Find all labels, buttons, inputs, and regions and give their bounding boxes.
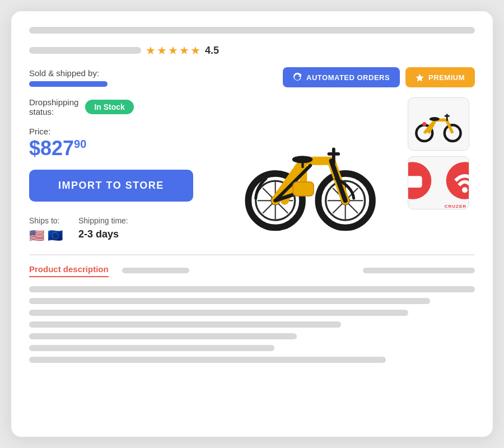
desc-line-2 [29,298,430,304]
top-skeleton-bar [29,27,475,34]
sold-shipped-info: Sold & shipped by: [29,68,108,87]
brand-label: CRUZER [410,204,466,209]
svg-rect-19 [301,160,304,168]
desc-line-7 [29,357,386,363]
product-description-tab[interactable]: Product description [29,264,109,277]
star-4: ★ [179,44,189,57]
import-button-wrap: IMPORT TO STORE [29,170,193,202]
product-card: ★ ★ ★ ★ ★ 4.5 Sold & shipped by: AUTOMAT… [11,11,493,437]
flags: 🇺🇸 🇪🇺 [29,228,63,243]
sold-bar-skeleton [29,81,108,87]
divider [29,254,475,255]
main-content: Dropshippingstatus: In Stock Price: $827… [29,97,475,243]
dropship-row: Dropshippingstatus: In Stock [29,97,208,116]
left-panel: Dropshippingstatus: In Stock Price: $827… [29,97,208,243]
svg-rect-35 [408,176,422,188]
stars: ★ ★ ★ ★ ★ [146,44,200,57]
shipping-time-col: Shipping time: 2-3 days [78,216,128,240]
price-dollars: $827 [29,137,74,160]
bike-image [238,103,378,237]
price-label: Price: [29,127,208,136]
star-icon [416,73,424,82]
dropship-label: Dropshippingstatus: [29,97,78,116]
product-image-area [235,97,381,243]
premium-label: PREMIUM [428,73,465,82]
thumb1-bike-icon [413,103,464,145]
sold-shipped-row: Sold & shipped by: AUTOMATED ORDERS PREM… [29,67,475,87]
star-2: ★ [157,44,167,57]
desc-line-1 [29,286,475,292]
price-cents: 90 [74,138,86,150]
svg-point-26 [422,122,426,126]
premium-button[interactable]: PREMIUM [405,67,475,87]
svg-point-23 [430,117,440,121]
refresh-icon [293,73,302,82]
wifi-icon [440,160,470,202]
price-value: $82790 [29,137,208,160]
thumbnail-1[interactable] [408,97,469,151]
thumbnail-2[interactable]: 25 [408,156,469,209]
action-buttons: AUTOMATED ORDERS PREMIUM [283,67,475,87]
price-row: Price: $82790 [29,127,208,160]
svg-rect-20 [293,182,314,196]
desc-line-4 [29,321,341,328]
automated-orders-label: AUTOMATED ORDERS [306,73,390,82]
tab-skeleton-1 [122,268,189,273]
tabs-row: Product description [29,264,475,277]
automated-orders-button[interactable]: AUTOMATED ORDERS [283,67,400,87]
desc-line-5 [29,333,297,339]
us-flag: 🇺🇸 [29,228,44,243]
import-to-store-button[interactable]: IMPORT TO STORE [29,170,193,202]
svg-marker-0 [416,74,424,82]
ships-to-label: Ships to: [29,216,63,225]
rating-left-skeleton [29,47,141,54]
ships-row: Ships to: 🇺🇸 🇪🇺 Shipping time: 2-3 days [29,216,208,243]
star-1: ★ [146,44,156,57]
shipping-days: 2-3 days [78,228,128,240]
tab-skeleton-2 [363,268,475,273]
star-3: ★ [168,44,178,57]
star-half: ★ [190,44,200,57]
right-panel: 25 [408,97,475,209]
rating-value: 4.5 [205,45,219,57]
battery-icon [408,160,438,202]
sold-shipped-label: Sold & shipped by: [29,68,108,78]
svg-point-37 [462,187,468,193]
desc-line-3 [29,310,408,316]
desc-line-6 [29,345,274,351]
center-panel [222,97,394,243]
rating-row: ★ ★ ★ ★ ★ 4.5 [29,44,475,57]
eu-flag: 🇪🇺 [48,228,63,243]
tab-bar-right [122,268,475,273]
shipping-time-label: Shipping time: [78,216,128,225]
in-stock-badge: In Stock [85,100,133,114]
description-lines [29,286,475,363]
ships-to-col: Ships to: 🇺🇸 🇪🇺 [29,216,63,243]
